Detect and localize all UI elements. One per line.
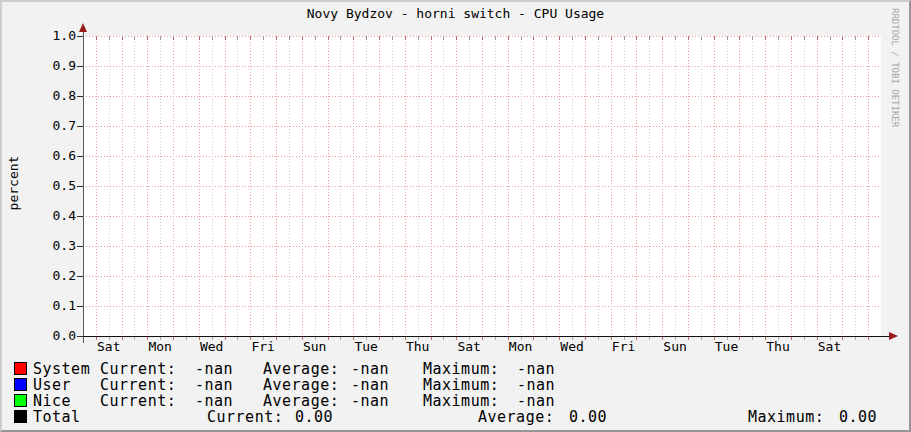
grid-top-tick: [791, 36, 792, 40]
grid-top-tick: [263, 36, 264, 40]
grid-line-vertical: [315, 36, 316, 336]
grid-top-tick: [714, 36, 715, 40]
grid-line-vertical: [533, 36, 534, 336]
grid-line-vertical: [482, 36, 483, 336]
grid-top-tick: [624, 36, 625, 40]
y-tick-label: 0.3: [6, 238, 76, 254]
y-axis-tick: [77, 96, 83, 97]
y-tick-label: 0.7: [6, 118, 76, 134]
grid-top-tick: [96, 36, 97, 40]
grid-top-tick: [688, 36, 689, 40]
grid-line-vertical: [598, 36, 599, 336]
grid-top-tick: [315, 36, 316, 40]
grid-top-tick: [675, 36, 676, 40]
y-axis-tick: [77, 126, 83, 127]
grid-top-tick: [276, 36, 277, 40]
grid-line-vertical: [778, 36, 779, 336]
grid-line-vertical: [739, 36, 740, 336]
grid-line-vertical: [842, 36, 843, 336]
grid-top-tick: [186, 36, 187, 40]
legend-row: UserCurrent:-nanAverage:-nanMaximum:-nan: [0, 377, 911, 393]
grid-top-tick: [495, 36, 496, 40]
grid-top-tick: [469, 36, 470, 40]
rrdtool-watermark: RRDTOOL / TOBI OETIKER: [890, 8, 900, 218]
grid-top-tick: [546, 36, 547, 40]
grid-top-tick: [225, 36, 226, 40]
grid-line-vertical: [147, 36, 148, 336]
legend-row: TotalCurrent:0.00Average:0.00Maximum:0.0…: [0, 409, 911, 425]
grid-line-vertical: [546, 36, 547, 336]
grid-line-vertical: [508, 36, 509, 336]
x-tick-label: Sat: [800, 339, 860, 355]
grid-top-tick: [817, 36, 818, 40]
grid-top-tick: [109, 36, 110, 40]
rrdtool-graph: Novy Bydzov - horni switch - CPU Usage R…: [0, 0, 911, 432]
grid-top-tick: [855, 36, 856, 40]
grid-top-tick: [649, 36, 650, 40]
legend-current-value: -nan: [155, 361, 233, 377]
legend-average-value: -nan: [311, 377, 389, 393]
grid-line-vertical: [199, 36, 200, 336]
grid-line-vertical: [791, 36, 792, 336]
grid-line-vertical: [868, 36, 869, 336]
grid-line-vertical: [379, 36, 380, 336]
grid-top-tick: [662, 36, 663, 40]
legend-row: SystemCurrent:-nanAverage:-nanMaximum:-n…: [0, 361, 911, 377]
grid-line-vertical: [727, 36, 728, 336]
grid-line-vertical: [855, 36, 856, 336]
grid-line-vertical: [186, 36, 187, 336]
grid-line-vertical: [212, 36, 213, 336]
legend-maximum-value: -nan: [477, 393, 555, 409]
grid-top-tick: [636, 36, 637, 40]
grid-line-vertical: [701, 36, 702, 336]
grid-line-vertical: [559, 36, 560, 336]
legend-series-name: System: [33, 361, 90, 377]
legend-average-value: -nan: [311, 393, 389, 409]
grid-top-tick: [752, 36, 753, 40]
y-axis-tick: [77, 246, 83, 247]
y-tick-label: 0.1: [6, 298, 76, 314]
legend-swatch: [14, 394, 27, 407]
legend-current-value: -nan: [155, 377, 233, 393]
grid-line-vertical: [649, 36, 650, 336]
y-axis-tick: [77, 216, 83, 217]
y-axis-tick: [77, 36, 83, 37]
chart-title: Novy Bydzov - horni switch - CPU Usage: [0, 6, 911, 22]
legend-series-name: User: [33, 377, 71, 393]
grid-line-vertical: [289, 36, 290, 336]
grid-line-vertical: [122, 36, 123, 336]
grid-top-tick: [443, 36, 444, 40]
legend-maximum-value: -nan: [477, 377, 555, 393]
grid-top-tick: [482, 36, 483, 40]
grid-line-vertical: [418, 36, 419, 336]
grid-top-tick: [727, 36, 728, 40]
legend-series-name: Nice: [33, 393, 71, 409]
grid-line-vertical: [675, 36, 676, 336]
grid-top-tick: [572, 36, 573, 40]
grid-top-tick: [778, 36, 779, 40]
legend-current-value: -nan: [155, 393, 233, 409]
grid-line-vertical: [250, 36, 251, 336]
y-tick-label: 0.8: [6, 88, 76, 104]
grid-line-vertical: [353, 36, 354, 336]
grid-line-vertical: [328, 36, 329, 336]
grid-line-vertical: [714, 36, 715, 336]
grid-top-tick: [302, 36, 303, 40]
y-axis-tick: [77, 186, 83, 187]
grid-top-tick: [340, 36, 341, 40]
grid-top-tick: [431, 36, 432, 40]
legend-swatch: [14, 410, 27, 423]
grid-top-tick: [868, 36, 869, 40]
grid-top-tick: [199, 36, 200, 40]
y-tick-label: 0.5: [6, 178, 76, 194]
grid-line-vertical: [160, 36, 161, 336]
grid-top-tick: [418, 36, 419, 40]
grid-top-tick: [456, 36, 457, 40]
y-axis-line: [83, 30, 84, 343]
grid-line-vertical: [456, 36, 457, 336]
y-tick-label: 1.0: [6, 28, 76, 44]
legend-maximum-value: -nan: [477, 361, 555, 377]
grid-line-vertical: [392, 36, 393, 336]
y-tick-label: 0.0: [6, 328, 76, 344]
grid-line-vertical: [340, 36, 341, 336]
